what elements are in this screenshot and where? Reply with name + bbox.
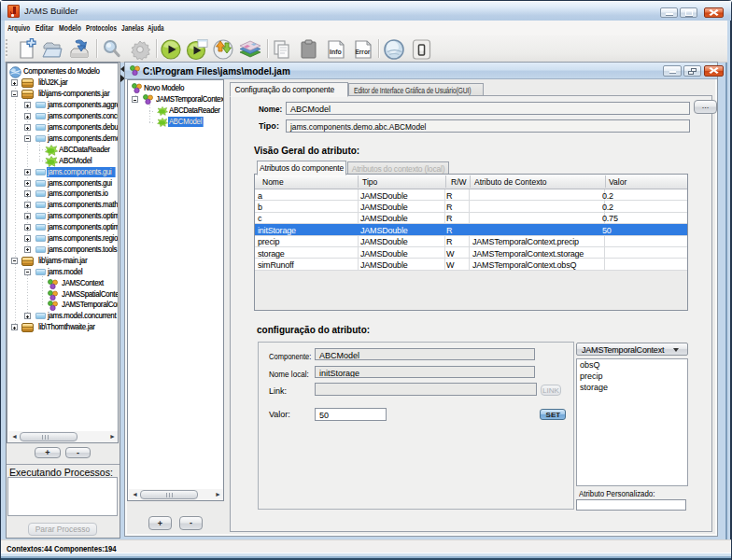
svg-text:Error: Error [356,49,371,55]
svg-text:Info: Info [330,49,342,55]
